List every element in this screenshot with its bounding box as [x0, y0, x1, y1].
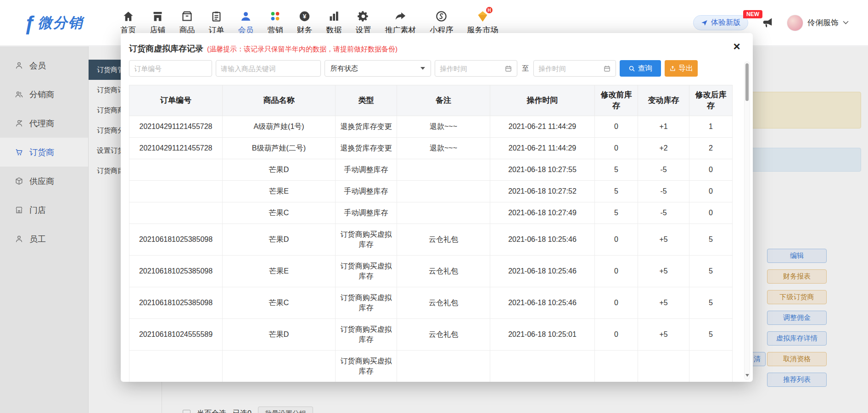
nav-item-data[interactable]: 数据 [319, 10, 348, 35]
column-header: 操作时间 [490, 85, 595, 116]
cell-stock-before: 5 [595, 181, 638, 202]
table-row[interactable]: 芒果E 手动调整库存 2021-06-18 10:27:52 5 -5 0 [129, 181, 733, 202]
cell-type: 订货商购买虚拟库存 [336, 351, 397, 382]
cell-type: 手动调整库存 [336, 202, 397, 224]
calendar-icon [504, 65, 512, 73]
cell-product-name: 芒果C [223, 202, 336, 224]
cell-order-no: 202106181025385098 [129, 224, 223, 256]
cell-type: 手动调整库存 [336, 181, 397, 202]
cell-note: 退款~~~ [397, 116, 490, 138]
search-icon [628, 65, 635, 72]
column-header: 订单编号 [129, 85, 223, 116]
nav-item-shop[interactable]: 店铺 [143, 10, 172, 35]
nav-item-miniapp[interactable]: 小程序 [423, 10, 460, 35]
cell-order-no: 202104291121455728 [129, 138, 223, 159]
time-from-picker[interactable] [435, 60, 517, 77]
finance-icon: ¥ [298, 10, 311, 22]
status-select[interactable]: 所有状态 [325, 60, 431, 77]
cell-note: 云仓礼包 [397, 224, 490, 256]
cell-order-no [129, 202, 223, 224]
nav-item-marketing[interactable]: 营销 [260, 10, 290, 35]
new-badge: NEW [743, 10, 762, 18]
table-row[interactable]: 202106181025385098 芒果D 订货商购买虚拟库存 云仓礼包 20… [129, 224, 733, 256]
table-row[interactable]: 202104291121455728 B级葫芦娃(二号) 退换货库存变更 退款~… [129, 138, 733, 159]
nav-item-goods[interactable]: 商品 [172, 10, 202, 35]
nav-item-settings[interactable]: 设置 [348, 10, 378, 35]
cell-type: 订货商购买虚拟库存 [336, 319, 397, 351]
nav-item-orders[interactable]: 订单 [202, 10, 231, 35]
cell-note: 云仓礼包 [397, 287, 490, 319]
try-new-version-button[interactable]: 体验新版 NEW [693, 15, 748, 30]
modal-scrollbar[interactable] [744, 61, 750, 380]
cell-stock-after: 1 [689, 116, 733, 138]
table-row[interactable]: 订货商购买虚拟库存 [129, 351, 733, 382]
cell-time: 2021-06-18 10:25:01 [490, 319, 595, 351]
cell-stock-before: 0 [595, 287, 638, 319]
cell-note: 云仓礼包 [397, 319, 490, 351]
cell-note [397, 159, 490, 181]
cell-order-no [129, 159, 223, 181]
table-row[interactable]: 202104291121455728 A级葫芦娃(1号) 退换货库存变更 退款~… [129, 116, 733, 138]
cell-product-name: B级葫芦娃(二号) [223, 138, 336, 159]
cell-product-name: A级葫芦娃(1号) [223, 116, 336, 138]
cell-stock-before: 0 [595, 116, 638, 138]
cell-note [397, 181, 490, 202]
cell-order-no [129, 351, 223, 382]
table-row[interactable]: 芒果C 手动调整库存 2021-06-18 10:27:49 5 -5 0 [129, 202, 733, 224]
cell-stock-after: 5 [689, 256, 733, 287]
scroll-down-arrow[interactable] [745, 374, 749, 377]
cell-stock-before: 0 [595, 224, 638, 256]
cell-stock-before: 0 [595, 256, 638, 287]
cell-type: 退换货库存变更 [336, 138, 397, 159]
user-menu[interactable]: 伶俐服饰 [787, 15, 849, 31]
scrollbar-thumb[interactable] [745, 63, 749, 101]
column-header: 修改前库存 [595, 85, 638, 116]
cell-stock-after: 0 [689, 181, 733, 202]
header-right: 体验新版 NEW 伶俐服饰 [693, 15, 849, 31]
nav-item-home[interactable]: 首页 [113, 10, 143, 35]
keyword-input[interactable] [216, 60, 321, 77]
members-icon [240, 10, 252, 22]
nav-item-market[interactable]: H 服务市场 [460, 10, 505, 35]
export-button[interactable]: 导出 [665, 60, 698, 77]
cell-stock-change: +1 [638, 116, 689, 138]
cell-stock-change: +5 [638, 287, 689, 319]
logo-f-icon: ƒ [24, 14, 35, 33]
goods-icon [181, 10, 193, 22]
order-no-input[interactable] [129, 60, 212, 77]
marketing-icon [269, 10, 281, 22]
cell-time: 2021-06-18 10:25:46 [490, 256, 595, 287]
cell-product-name: 芒果E [223, 256, 336, 287]
column-header: 修改后库存 [689, 85, 733, 116]
search-button[interactable]: 查询 [620, 60, 661, 77]
cell-note [397, 351, 490, 382]
nav-item-finance[interactable]: ¥ 财务 [290, 10, 319, 35]
announcement-icon[interactable] [761, 17, 774, 29]
cell-time [490, 351, 595, 382]
table-row[interactable]: 202106181024555589 芒果D 订货商购买虚拟库存 云仓礼包 20… [129, 319, 733, 351]
nav-item-members[interactable]: 会员 [231, 10, 260, 35]
cell-stock-change: +5 [638, 319, 689, 351]
table-row[interactable]: 202106181025385098 芒果E 订货商购买虚拟库存 云仓礼包 20… [129, 256, 733, 287]
cell-stock-change: +5 [638, 224, 689, 256]
main-nav: 首页 店铺 商品 订单 会员 营销 ¥ 财务 数据 [113, 10, 505, 35]
time-from-input[interactable] [440, 65, 495, 73]
calendar-icon [603, 65, 611, 73]
logo-text: 微分销 [38, 13, 83, 33]
nav-item-promo[interactable]: 推广素材 [378, 10, 423, 35]
table-row[interactable]: 202106181025385098 芒果C 订货商购买虚拟库存 云仓礼包 20… [129, 287, 733, 319]
time-to-picker[interactable] [533, 60, 616, 77]
close-icon[interactable]: × [730, 39, 744, 53]
cell-order-no: 202106181024555589 [129, 319, 223, 351]
cell-stock-before: 5 [595, 159, 638, 181]
cell-time: 2021-06-18 10:27:49 [490, 202, 595, 224]
cell-stock-change: -5 [638, 202, 689, 224]
cell-order-no [129, 181, 223, 202]
cell-stock-before: 0 [595, 319, 638, 351]
app-logo[interactable]: ƒ 微分销 [24, 13, 83, 33]
time-to-input[interactable] [538, 65, 594, 73]
column-header: 商品名称 [223, 85, 336, 116]
cell-type: 退换货库存变更 [336, 116, 397, 138]
cell-product-name: 芒果D [223, 319, 336, 351]
table-row[interactable]: 芒果D 手动调整库存 2021-06-18 10:27:55 5 -5 0 [129, 159, 733, 181]
